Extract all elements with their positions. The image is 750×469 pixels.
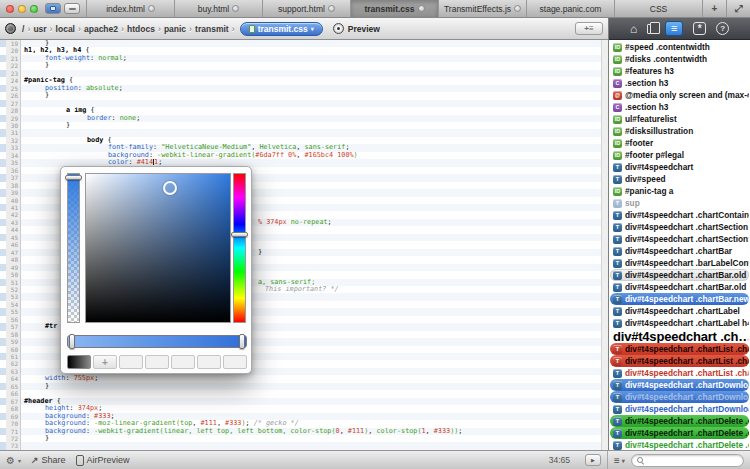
code-line[interactable]: 22} xyxy=(0,62,608,69)
tab-close-icon[interactable] xyxy=(514,5,521,12)
css-selector-row[interactable]: ID#speed .contentwidth xyxy=(610,41,749,53)
file-tab[interactable]: stage.panic.com xyxy=(526,0,614,17)
code-line[interactable]: 67#header { xyxy=(0,398,608,405)
code-line[interactable]: 71background: -webkit-gradient(linear, l… xyxy=(0,428,608,435)
code-line[interactable]: 33font-family: "HelveticaNeue-Medium", H… xyxy=(0,144,608,151)
symbol-navigator-button[interactable]: ▶ xyxy=(585,454,601,466)
code-line[interactable]: 21font-weight: normal; xyxy=(0,55,608,62)
close-window-button[interactable] xyxy=(6,5,14,13)
tab-close-icon[interactable] xyxy=(148,5,155,12)
css-selector-row[interactable]: Tdiv#t4speedchart .chartBar.new xyxy=(610,293,749,305)
airpreview-button[interactable]: AirPreview xyxy=(76,455,130,466)
editor-scrollbar[interactable] xyxy=(601,40,608,450)
code-line[interactable]: 24#panic-tag { xyxy=(0,77,608,84)
css-selector-row[interactable]: ID#panic-tag a xyxy=(610,185,749,197)
clips-icon[interactable]: * xyxy=(693,22,706,35)
preview-button[interactable]: Preview xyxy=(333,23,380,34)
minimize-window-button[interactable] xyxy=(18,5,26,13)
brightness-slider[interactable] xyxy=(67,335,247,348)
empty-swatch[interactable] xyxy=(145,355,169,369)
file-tab[interactable]: CSS xyxy=(614,0,702,17)
code-line[interactable]: 23 xyxy=(0,70,608,77)
code-line[interactable]: 30} xyxy=(0,122,608,129)
css-selector-row[interactable]: Tdiv#t4speedchart .chartDownload .chartB… xyxy=(610,391,749,403)
code-editor[interactable]: 19}20h1, h2, h3, h4 {21font-weight: norm… xyxy=(0,40,608,450)
css-selector-row[interactable]: Tdiv#t4speedchart .chartLabel xyxy=(610,305,749,317)
hue-slider[interactable] xyxy=(233,173,246,323)
code-line[interactable]: 69background: #333; xyxy=(0,413,608,420)
color-selector-ring[interactable] xyxy=(163,181,177,195)
css-selector-row[interactable]: @@media only screen and (max-device-wid… xyxy=(610,89,749,101)
code-line[interactable]: 68height: 374px; xyxy=(0,405,608,412)
css-selector-row[interactable]: Tdiv#t4speedchart .chartLabel h4 xyxy=(610,317,749,329)
file-tab[interactable]: transmit.css xyxy=(350,0,438,17)
css-selector-row[interactable]: IDul#featurelist xyxy=(610,113,749,125)
code-line[interactable]: 28a img { xyxy=(0,107,608,114)
code-line[interactable]: 66 xyxy=(0,390,608,397)
list-options-button[interactable]: ≡ ▾ xyxy=(614,455,625,466)
css-selector-row[interactable]: ID#features h3 xyxy=(610,65,749,77)
css-selector-row[interactable]: C.section h3 xyxy=(610,77,749,89)
file-tab[interactable]: TransmitEffects.js xyxy=(438,0,526,17)
file-tab[interactable]: index.html xyxy=(86,0,174,17)
toggle-editor-button[interactable] xyxy=(45,3,61,14)
slider-right-handle[interactable] xyxy=(239,334,245,349)
css-selector-row[interactable]: Tdiv#t4speedchart .chartList .chartBar.n… xyxy=(610,343,749,355)
css-selector-row[interactable]: Tdiv#t4speedchart xyxy=(610,161,749,173)
code-line[interactable]: 27 xyxy=(0,100,608,107)
file-tab[interactable]: buy.html xyxy=(174,0,262,17)
breadcrumb-item[interactable]: usr xyxy=(31,24,48,34)
breadcrumb-item[interactable]: transmit xyxy=(193,24,231,34)
css-selector-row[interactable]: Tdiv#t4speedchart .chartDownload .chartL… xyxy=(610,403,749,415)
file-tab[interactable]: support.html xyxy=(262,0,350,17)
css-selector-row[interactable]: Tdiv#t4speedchart .chartDelete .chartLab… xyxy=(610,439,749,450)
css-selector-row[interactable]: ID#footer xyxy=(610,137,749,149)
breadcrumb-item[interactable]: local xyxy=(54,24,77,34)
code-line[interactable]: 72} xyxy=(0,435,608,442)
share-button[interactable]: ↗ Share xyxy=(31,455,66,465)
sidebar-search-field[interactable] xyxy=(631,454,744,467)
breadcrumb-item[interactable]: panic xyxy=(162,24,188,34)
css-selector-row[interactable]: ID#footer p#legal xyxy=(610,149,749,161)
tab-close-icon[interactable] xyxy=(232,5,239,12)
css-selector-row[interactable]: Tsup xyxy=(610,197,749,209)
search-input[interactable] xyxy=(646,456,738,465)
css-selector-row[interactable]: Tdiv#t4speedchart .chartDelete .chartBar… xyxy=(610,415,749,427)
css-selector-row[interactable]: Tdiv#t4speedchart .chartDownload .chartB… xyxy=(610,379,749,391)
pages-icon[interactable] xyxy=(647,24,655,34)
breadcrumb-item[interactable]: htdocs xyxy=(125,24,157,34)
code-line[interactable]: 34background: -webkit-linear-gradient(#6… xyxy=(0,152,608,159)
home-icon[interactable]: ⌂ xyxy=(630,23,637,35)
css-selector-row[interactable]: div#t4speedchart .ch… xyxy=(610,329,749,343)
code-line[interactable]: 25position: absolute; xyxy=(0,85,608,92)
hue-slider-handle[interactable] xyxy=(231,232,248,237)
tab-close-icon[interactable] xyxy=(328,5,335,12)
gradient-swatch[interactable] xyxy=(67,355,91,369)
css-selector-row[interactable]: Tdiv#speed xyxy=(610,173,749,185)
saturation-brightness-field[interactable] xyxy=(85,173,231,323)
code-line[interactable]: 31 xyxy=(0,129,608,136)
css-selector-row[interactable]: ID#disks .contentwidth xyxy=(610,53,749,65)
code-line[interactable]: 70background: -moz-linear-gradient(top, … xyxy=(0,420,608,427)
css-selector-row[interactable]: ID#disksillustration xyxy=(610,125,749,137)
css-selector-row[interactable]: C.section h3 xyxy=(610,101,749,113)
alpha-slider[interactable] xyxy=(67,173,80,323)
alpha-slider-handle[interactable] xyxy=(65,175,82,180)
breadcrumb-item[interactable]: apache2 xyxy=(82,24,120,34)
slider-left-handle[interactable] xyxy=(69,334,75,349)
code-line[interactable]: 20h1, h2, h3, h4 { xyxy=(0,47,608,54)
add-swatch-button[interactable]: + xyxy=(93,355,117,369)
css-selector-row[interactable]: Tdiv#t4speedchart .chartList .chartBar.n… xyxy=(610,355,749,367)
current-file-pill[interactable]: transmit.css ▾ xyxy=(240,22,323,36)
empty-swatch[interactable] xyxy=(223,355,247,369)
code-line[interactable]: 64width: 755px; xyxy=(0,375,608,382)
css-selector-row[interactable]: Tdiv#t4speedchart .chartDelete .chartBar… xyxy=(610,427,749,439)
css-selector-row[interactable]: Tdiv#t4speedchart .chartBar.old xyxy=(610,269,749,281)
new-tab-button[interactable]: + xyxy=(702,0,726,17)
code-line[interactable]: 32body { xyxy=(0,137,608,144)
css-selector-row[interactable]: Tdiv#t4speedchart .barLabelContainer xyxy=(610,257,749,269)
empty-swatch[interactable] xyxy=(197,355,221,369)
toggle-sidebar-button[interactable] xyxy=(64,3,80,14)
settings-button[interactable]: ⚙ ▾ xyxy=(6,455,21,466)
add-bookmark-button[interactable]: +≡ xyxy=(575,22,603,35)
